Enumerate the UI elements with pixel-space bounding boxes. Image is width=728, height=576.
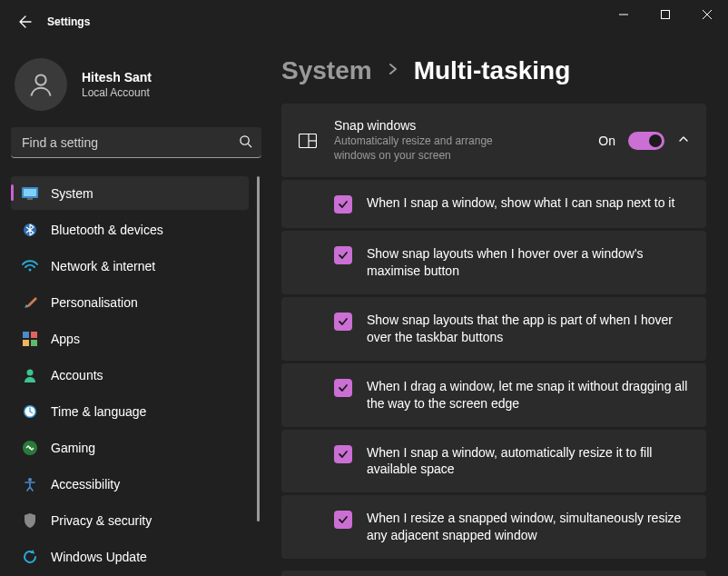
display-icon	[22, 185, 38, 202]
snap-option-label: Show snap layouts that the app is part o…	[367, 312, 690, 346]
sidebar: Hitesh Sant Local Account System Bluetoo…	[0, 44, 272, 576]
toggle-state-label: On	[598, 134, 615, 148]
profile-block[interactable]: Hitesh Sant Local Account	[11, 53, 261, 127]
snap-options-list: When I snap a window, show what I can sn…	[281, 180, 706, 561]
sidebar-item-system[interactable]: System	[11, 176, 249, 210]
snap-option-label: When I resize a snapped window, simultan…	[367, 510, 690, 544]
chevron-right-icon	[387, 63, 399, 79]
arrow-left-icon	[18, 15, 33, 29]
sidebar-item-apps[interactable]: Apps	[11, 322, 249, 355]
snap-windows-header[interactable]: Snap windows Automatically resize and ar…	[281, 104, 706, 177]
sidebar-item-label: Privacy & security	[51, 513, 152, 528]
snap-toggle[interactable]	[628, 132, 664, 150]
sidebar-item-label: Windows Update	[51, 550, 147, 564]
sidebar-item-label: Accessibility	[51, 477, 120, 492]
snap-option: When I drag a window, let me snap it wit…	[281, 363, 706, 427]
shield-icon	[22, 512, 38, 529]
check-icon	[338, 199, 349, 210]
svg-rect-12	[23, 340, 29, 346]
sidebar-item-accounts[interactable]: Accounts	[11, 358, 249, 392]
desktops-header[interactable]: Desktops	[281, 571, 706, 576]
close-button[interactable]	[686, 0, 728, 29]
avatar	[15, 58, 67, 111]
sidebar-item-label: Apps	[51, 332, 80, 346]
snap-option: When I snap a window, automatically resi…	[281, 430, 706, 493]
wifi-icon	[22, 258, 38, 274]
svg-line-4	[248, 144, 251, 147]
search-input[interactable]	[11, 127, 261, 158]
sidebar-item-update[interactable]: Windows Update	[11, 540, 249, 573]
snap-option-label: When I snap a window, show what I can sn…	[367, 194, 690, 212]
profile-name: Hitesh Sant	[82, 70, 152, 84]
checkbox[interactable]	[334, 379, 352, 397]
chevron-up-icon	[677, 133, 690, 145]
checkbox[interactable]	[334, 511, 352, 529]
nav-list: System Bluetooth & devices Network & int…	[11, 176, 261, 573]
sidebar-item-gaming[interactable]: Gaming	[11, 431, 249, 464]
sidebar-item-label: Personalisation	[51, 295, 138, 310]
checkbox[interactable]	[334, 445, 352, 463]
sidebar-item-label: Time & language	[51, 404, 146, 419]
checkbox[interactable]	[334, 246, 352, 264]
snap-layout-icon	[298, 134, 318, 148]
bluetooth-icon	[22, 222, 38, 238]
page-title: Multi-tasking	[414, 56, 571, 85]
accessibility-icon	[22, 476, 38, 492]
svg-point-3	[241, 136, 249, 144]
svg-rect-6	[24, 189, 36, 196]
update-icon	[22, 549, 38, 565]
sidebar-item-network[interactable]: Network & internet	[11, 249, 249, 283]
svg-rect-11	[31, 332, 37, 338]
desktops-card: Desktops	[281, 571, 706, 576]
svg-point-18	[29, 446, 31, 448]
svg-rect-7	[27, 198, 33, 200]
gaming-icon	[22, 440, 38, 456]
check-icon	[338, 250, 349, 261]
snap-title: Snap windows	[334, 118, 598, 133]
expand-collapse-button[interactable]	[677, 133, 690, 149]
minimize-button[interactable]	[603, 0, 644, 29]
sidebar-scrollbar[interactable]	[257, 176, 260, 576]
sidebar-item-time[interactable]: Time & language	[11, 394, 249, 428]
clock-icon	[22, 403, 38, 420]
search-box	[11, 127, 261, 158]
sidebar-item-privacy[interactable]: Privacy & security	[11, 503, 249, 537]
sidebar-item-label: Accounts	[51, 368, 103, 382]
sidebar-item-label: Network & internet	[51, 259, 155, 273]
profile-subtitle: Local Account	[82, 86, 152, 99]
person-icon	[27, 71, 54, 98]
window-title: Settings	[47, 15, 90, 28]
check-icon	[338, 316, 349, 327]
close-icon	[703, 10, 712, 19]
breadcrumb-parent[interactable]: System	[281, 56, 372, 85]
checkbox[interactable]	[334, 195, 352, 214]
svg-point-9	[29, 268, 32, 271]
sidebar-item-bluetooth[interactable]: Bluetooth & devices	[11, 213, 249, 246]
back-button[interactable]	[15, 11, 36, 33]
svg-point-19	[28, 478, 32, 482]
main-panel: System Multi-tasking Snap windows Automa…	[272, 44, 728, 576]
account-icon	[22, 367, 38, 383]
checkbox[interactable]	[334, 313, 352, 331]
title-bar: Settings	[0, 0, 728, 44]
maximize-button[interactable]	[644, 0, 686, 29]
window-controls	[603, 0, 728, 29]
sidebar-item-label: Gaming	[51, 441, 95, 455]
sidebar-item-accessibility[interactable]: Accessibility	[11, 467, 249, 501]
sidebar-item-personalisation[interactable]: Personalisation	[11, 285, 249, 319]
snap-option: Show snap layouts when I hover over a wi…	[281, 231, 706, 294]
breadcrumb: System Multi-tasking	[281, 56, 706, 85]
minimize-icon	[619, 10, 628, 19]
search-icon	[239, 134, 252, 152]
check-icon	[338, 514, 349, 525]
snap-desc: Automatically resize and arrange windows…	[334, 134, 497, 163]
snap-option: When I resize a snapped window, simultan…	[281, 495, 706, 559]
svg-rect-1	[662, 11, 670, 19]
snap-option-label: Show snap layouts when I hover over a wi…	[367, 245, 690, 280]
sidebar-item-label: System	[51, 186, 93, 201]
snap-option-label: When I snap a window, automatically resi…	[367, 444, 690, 479]
svg-rect-10	[23, 332, 29, 338]
check-icon	[338, 382, 349, 393]
snap-option: When I snap a window, show what I can sn…	[281, 180, 706, 228]
snap-option-label: When I drag a window, let me snap it wit…	[367, 378, 690, 412]
